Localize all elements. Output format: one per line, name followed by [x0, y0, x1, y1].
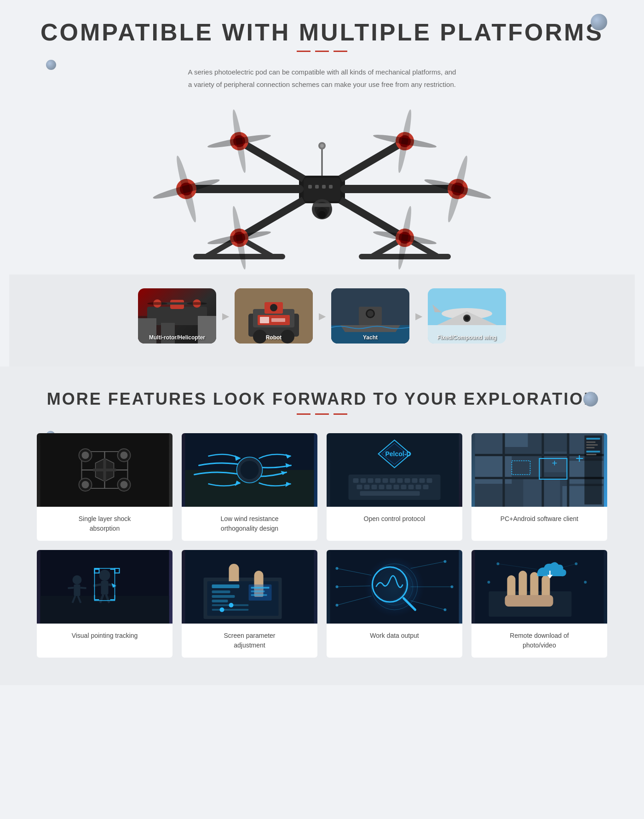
feature-label-wind: Low wind resistanceorthogonality design — [216, 507, 283, 541]
feat-divider-1 — [297, 413, 310, 415]
svg-point-231 — [451, 585, 454, 588]
svg-rect-129 — [401, 485, 407, 489]
platform-label-robot: Robot — [235, 334, 313, 341]
svg-point-95 — [121, 481, 128, 488]
svg-rect-142 — [475, 456, 512, 484]
svg-rect-115 — [375, 478, 381, 483]
svg-point-67 — [270, 304, 277, 311]
svg-rect-1 — [304, 178, 340, 201]
svg-rect-206 — [212, 609, 249, 611]
svg-rect-138 — [475, 433, 503, 454]
svg-rect-213 — [251, 594, 267, 596]
platform-thumb-multirotor: Multi-rotor/Helicopter — [138, 288, 216, 344]
svg-rect-182 — [74, 584, 80, 596]
platform-yacht: Yacht — [331, 288, 409, 344]
arrow-1: ▶ — [216, 307, 235, 325]
svg-point-230 — [444, 560, 447, 563]
feature-card-wind: Low wind resistanceorthogonality design — [182, 433, 317, 541]
svg-rect-201 — [212, 590, 230, 593]
svg-rect-121 — [420, 478, 425, 483]
feat-divider-2 — [315, 413, 329, 415]
svg-point-76 — [367, 310, 374, 317]
feature-thumb-download — [472, 550, 607, 624]
svg-rect-167 — [586, 454, 597, 455]
features-title: MORE FEATURES LOOK FORWARD TO YOUR EXPLO… — [37, 389, 607, 409]
svg-rect-117 — [390, 478, 396, 483]
svg-rect-114 — [368, 478, 374, 483]
feature-label-shock: Single layer shockabsorption — [74, 507, 136, 541]
svg-rect-146 — [475, 486, 521, 507]
svg-rect-211 — [251, 587, 270, 589]
svg-rect-118 — [397, 478, 403, 483]
svg-rect-131 — [416, 485, 421, 489]
feature-thumb-protocol: Pelcol-D — [327, 433, 462, 507]
svg-rect-122 — [427, 478, 432, 483]
features-grid: Single layer shockabsorption — [37, 433, 607, 658]
svg-point-229 — [336, 604, 339, 607]
svg-rect-200 — [212, 584, 240, 588]
arrow-2: ▶ — [313, 307, 331, 325]
svg-rect-152 — [542, 433, 544, 507]
svg-point-57 — [187, 302, 207, 305]
svg-rect-151 — [503, 433, 505, 507]
svg-point-247 — [584, 581, 587, 584]
title-divider — [9, 51, 635, 52]
svg-rect-98 — [104, 458, 106, 481]
divider-line-3 — [334, 51, 347, 52]
svg-rect-166 — [586, 451, 600, 452]
svg-rect-162 — [586, 438, 600, 440]
svg-rect-163 — [586, 441, 596, 443]
feature-thumb-software — [472, 433, 607, 507]
svg-rect-170 — [40, 596, 169, 624]
drone-svg — [147, 104, 497, 270]
platform-thumb-yacht: Yacht — [331, 288, 409, 344]
platform-label-yacht: Yacht — [331, 334, 409, 341]
svg-rect-212 — [251, 590, 265, 592]
feature-card-shock: Single layer shockabsorption — [37, 433, 172, 541]
svg-rect-239 — [505, 595, 553, 607]
svg-point-105 — [241, 461, 259, 479]
arrow-3: ▶ — [409, 307, 428, 325]
platform-thumb-fixed: Fixed/Compound wing — [428, 288, 506, 344]
svg-line-183 — [68, 588, 74, 588]
svg-rect-112 — [353, 478, 359, 483]
svg-rect-3 — [315, 185, 319, 189]
svg-rect-164 — [586, 444, 598, 446]
feature-thumb-screen — [182, 550, 317, 624]
divider-line-1 — [297, 51, 310, 52]
svg-line-11 — [340, 200, 405, 238]
svg-rect-133 — [360, 491, 420, 496]
svg-point-49 — [320, 144, 324, 148]
svg-point-207 — [220, 607, 224, 612]
svg-point-45 — [318, 211, 326, 218]
svg-rect-4 — [322, 185, 326, 189]
platform-thumb-robot: Robot — [235, 288, 313, 344]
svg-rect-21 — [359, 254, 451, 259]
feature-label-protocol: Open control protocol — [359, 507, 430, 531]
feature-card-protocol: Pelcol-D Open control protocol — [327, 433, 462, 541]
section-platforms: COMPATIBLE WITH MULTIPLE PLATFORMS A ser… — [0, 0, 644, 367]
svg-rect-139 — [505, 433, 528, 447]
svg-rect-237 — [530, 572, 539, 599]
svg-point-181 — [73, 575, 82, 584]
svg-line-8 — [239, 141, 304, 179]
feature-card-work: Work data output — [327, 550, 462, 658]
svg-point-92 — [82, 452, 89, 459]
svg-text:Pelcol-D: Pelcol-D — [385, 450, 411, 458]
svg-rect-203 — [212, 600, 228, 602]
svg-line-9 — [340, 141, 405, 179]
svg-point-227 — [336, 567, 339, 570]
section-title: COMPATIBLE WITH MULTIPLE PLATFORMS — [9, 18, 635, 46]
svg-rect-130 — [408, 485, 414, 489]
svg-rect-120 — [412, 478, 418, 483]
platform-fixed-wing: Fixed/Compound wing — [428, 288, 506, 344]
feature-label-download: Remote download ofphoto/video — [505, 624, 573, 658]
feature-label-visual: Visual pointing tracking — [67, 624, 143, 648]
feature-card-visual: Visual pointing tracking — [37, 550, 172, 658]
svg-rect-2 — [308, 185, 312, 189]
feature-label-screen: Screen parameteradjustment — [219, 624, 280, 658]
feature-label-work: Work data output — [365, 624, 423, 648]
bubble-decoration-3 — [583, 392, 598, 407]
svg-rect-69 — [260, 317, 269, 323]
svg-point-83 — [465, 316, 469, 321]
